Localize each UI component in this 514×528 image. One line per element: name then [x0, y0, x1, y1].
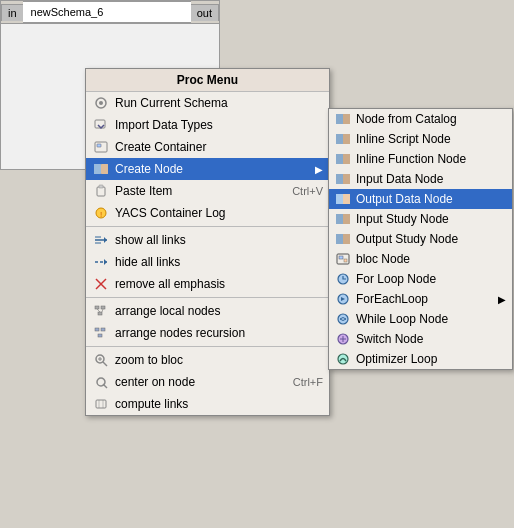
menu-item-arrange-local-label: arrange local nodes	[115, 304, 220, 318]
menu-item-show-links[interactable]: show all links	[86, 229, 329, 251]
submenu-item-input-data[interactable]: Input Data Node	[329, 169, 512, 189]
submenu-item-inline-function-label: Inline Function Node	[356, 152, 466, 166]
menu-item-log[interactable]: ! YACS Container Log	[86, 202, 329, 224]
separator-1	[86, 226, 329, 227]
submenu-item-inline-function[interactable]: Inline Function Node	[329, 149, 512, 169]
menu-item-paste[interactable]: Paste Item Ctrl+V	[86, 180, 329, 202]
tab-in-button[interactable]: in	[1, 4, 23, 21]
inline-script-icon	[335, 133, 351, 145]
svg-text:!: !	[100, 210, 102, 219]
for-loop-icon	[335, 273, 351, 285]
proc-menu-title: Proc Menu	[86, 69, 329, 92]
output-data-icon	[335, 193, 351, 205]
svg-rect-59	[339, 256, 343, 259]
submenu-item-inline-script-label: Inline Script Node	[356, 132, 451, 146]
submenu-item-switch-label: Switch Node	[356, 332, 423, 346]
menu-item-container[interactable]: Create Container	[86, 136, 329, 158]
tab-out-button[interactable]: out	[191, 4, 219, 21]
svg-rect-44	[336, 154, 343, 164]
menu-item-create-node[interactable]: Create Node ▶	[86, 158, 329, 180]
svg-rect-41	[336, 134, 343, 144]
menu-item-arrange-recursion[interactable]: arrange nodes recursion	[86, 322, 329, 344]
optimizer-icon	[335, 353, 351, 365]
menu-item-run-label: Run Current Schema	[115, 96, 228, 110]
log-icon: !	[92, 205, 110, 221]
svg-rect-48	[343, 174, 350, 184]
submenu-arrow: ▶	[315, 164, 323, 175]
menu-item-import[interactable]: Import Data Types	[86, 114, 329, 136]
svg-rect-9	[99, 185, 103, 188]
submenu-item-output-study[interactable]: Output Study Node	[329, 229, 512, 249]
separator-3	[86, 346, 329, 347]
proc-menu: Proc Menu Run Current Schema Import Data…	[85, 68, 330, 416]
create-node-icon	[92, 161, 110, 177]
svg-rect-8	[97, 187, 105, 196]
inline-function-icon	[335, 153, 351, 165]
submenu-item-input-data-label: Input Data Node	[356, 172, 443, 186]
svg-point-1	[99, 101, 103, 105]
paste-shortcut: Ctrl+V	[272, 185, 323, 197]
submenu-item-foreach-loop[interactable]: ForEachLoop ▶	[329, 289, 512, 309]
svg-marker-13	[104, 237, 107, 243]
arrange-local-icon	[92, 303, 110, 319]
svg-rect-27	[98, 334, 102, 337]
create-node-submenu: Node from Catalog Inline Script Node Inl…	[328, 108, 513, 370]
menu-item-hide-links[interactable]: hide all links	[86, 251, 329, 273]
svg-line-24	[102, 309, 103, 312]
submenu-item-input-study[interactable]: Input Study Node	[329, 209, 512, 229]
menu-item-paste-label: Paste Item	[115, 184, 172, 198]
submenu-item-for-loop-label: For Loop Node	[356, 272, 436, 286]
show-links-icon	[92, 232, 110, 248]
container-icon	[92, 139, 110, 155]
submenu-item-inline-script[interactable]: Inline Script Node	[329, 129, 512, 149]
submenu-item-bloc[interactable]: bloc Node	[329, 249, 512, 269]
menu-item-log-label: YACS Container Log	[115, 206, 226, 220]
gear-icon	[92, 95, 110, 111]
submenu-item-for-loop[interactable]: For Loop Node	[329, 269, 512, 289]
submenu-item-catalog-label: Node from Catalog	[356, 112, 457, 126]
output-study-icon	[335, 233, 351, 245]
menu-item-hide-links-label: hide all links	[115, 255, 180, 269]
submenu-item-output-data[interactable]: Output Data Node	[329, 189, 512, 209]
menu-item-container-label: Create Container	[115, 140, 206, 154]
schema-tab-label[interactable]: newSchema_6	[23, 1, 191, 23]
catalog-node-icon	[335, 113, 351, 125]
compute-icon	[92, 396, 110, 412]
hide-links-icon	[92, 254, 110, 270]
submenu-item-optimizer-label: Optimizer Loop	[356, 352, 437, 366]
menu-item-remove-emphasis[interactable]: remove all emphasis	[86, 273, 329, 295]
svg-rect-57	[343, 234, 350, 244]
svg-rect-22	[98, 312, 102, 315]
menu-item-zoom[interactable]: zoom to bloc	[86, 349, 329, 371]
submenu-item-input-study-label: Input Study Node	[356, 212, 449, 226]
submenu-item-foreach-label: ForEachLoop	[356, 292, 428, 306]
svg-rect-25	[95, 328, 99, 331]
switch-icon	[335, 333, 351, 345]
submenu-item-while-loop-label: While Loop Node	[356, 312, 448, 326]
svg-rect-21	[101, 306, 105, 309]
submenu-item-switch[interactable]: Switch Node	[329, 329, 512, 349]
menu-item-remove-emphasis-label: remove all emphasis	[115, 277, 225, 291]
submenu-item-while-loop[interactable]: While Loop Node	[329, 309, 512, 329]
arrange-recursion-icon	[92, 325, 110, 341]
svg-marker-17	[104, 259, 107, 265]
menu-item-center-label: center on node	[115, 375, 195, 389]
menu-item-show-links-label: show all links	[115, 233, 186, 247]
menu-item-center[interactable]: center on node Ctrl+F	[86, 371, 329, 393]
while-loop-icon	[335, 313, 351, 325]
submenu-item-output-study-label: Output Study Node	[356, 232, 458, 246]
menu-item-compute[interactable]: compute links	[86, 393, 329, 415]
paste-icon	[92, 183, 110, 199]
svg-rect-7	[101, 164, 108, 174]
foreach-loop-icon	[335, 293, 351, 305]
menu-item-arrange-local[interactable]: arrange local nodes	[86, 300, 329, 322]
svg-rect-45	[343, 154, 350, 164]
submenu-item-output-data-label: Output Data Node	[356, 192, 453, 206]
menu-item-run[interactable]: Run Current Schema	[86, 92, 329, 114]
submenu-item-optimizer[interactable]: Optimizer Loop	[329, 349, 512, 369]
submenu-item-catalog[interactable]: Node from Catalog	[329, 109, 512, 129]
svg-rect-50	[336, 194, 343, 204]
svg-rect-47	[336, 174, 343, 184]
svg-rect-42	[343, 134, 350, 144]
svg-rect-6	[94, 164, 101, 174]
